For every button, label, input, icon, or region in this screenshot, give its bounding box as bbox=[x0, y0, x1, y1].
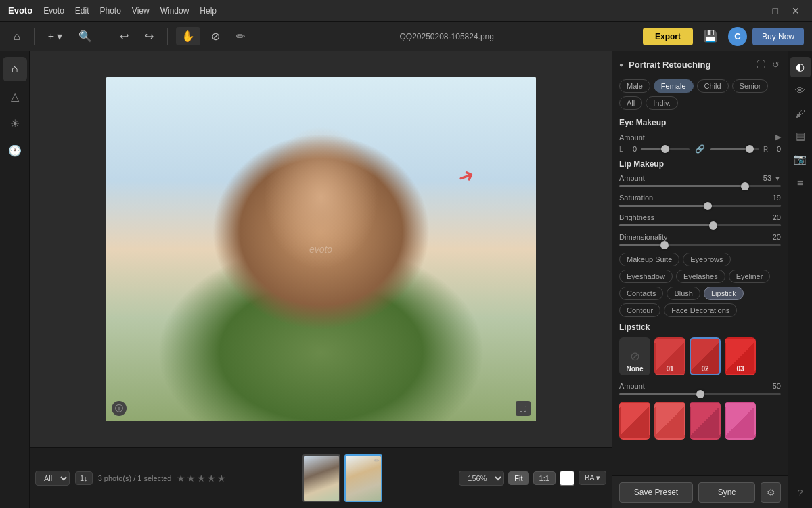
right-icon-help[interactable]: ? bbox=[790, 482, 811, 503]
close-button[interactable]: ✕ bbox=[788, 6, 804, 16]
lip-brightness-row: Brightness 20 bbox=[619, 213, 781, 226]
tag-indiv[interactable]: Indiv. bbox=[646, 96, 677, 110]
tag-female[interactable]: Female bbox=[654, 79, 694, 93]
home-button[interactable]: ⌂ bbox=[8, 28, 26, 45]
buy-now-button[interactable]: Buy Now bbox=[752, 28, 804, 45]
eye-expand-icon[interactable]: ▶ bbox=[775, 133, 781, 142]
tag-contacts[interactable]: Contacts bbox=[619, 287, 663, 300]
minimize-button[interactable]: — bbox=[746, 6, 763, 16]
swatch-03[interactable]: 03 bbox=[725, 337, 756, 375]
menu-help[interactable]: Help bbox=[200, 6, 217, 16]
bg-toggle[interactable] bbox=[560, 471, 574, 486]
zoom-1-button[interactable]: 1:1 bbox=[533, 471, 556, 485]
sidebar-icon-sun[interactable]: ☀ bbox=[3, 111, 27, 135]
right-icon-eye[interactable]: 👁 bbox=[790, 80, 811, 100]
swatch-none[interactable]: ⊘ None bbox=[619, 337, 650, 375]
settings-button[interactable]: ⚙ bbox=[761, 482, 781, 503]
dropdown-arrow-icon[interactable]: ▼ bbox=[774, 175, 781, 182]
tag-senior[interactable]: Senior bbox=[732, 79, 769, 93]
tag-blush[interactable]: Blush bbox=[667, 287, 700, 300]
right-icon-brush[interactable]: 🖌 bbox=[790, 103, 811, 123]
save-button[interactable]: 💾 bbox=[698, 27, 723, 45]
lip-amount-dropdown[interactable]: 53 ▼ bbox=[758, 174, 781, 182]
star-3[interactable]: ★ bbox=[197, 473, 206, 484]
star-1[interactable]: ★ bbox=[177, 473, 185, 484]
lipstick-amount-slider[interactable] bbox=[619, 393, 781, 395]
star-rating[interactable]: ★ ★ ★ ★ ★ bbox=[177, 473, 226, 484]
extra-swatch-1[interactable] bbox=[619, 402, 650, 440]
swatch-02[interactable]: 02 bbox=[690, 337, 721, 375]
saturation-slider[interactable] bbox=[619, 205, 781, 207]
panel-expand-icon[interactable]: ⛶ bbox=[755, 58, 767, 71]
eye-slider-r[interactable] bbox=[710, 148, 759, 150]
brightness-slider[interactable] bbox=[619, 224, 781, 226]
link-icon[interactable]: 🔗 bbox=[694, 144, 706, 154]
lip-amount-thumb[interactable] bbox=[741, 182, 749, 190]
tag-male[interactable]: Male bbox=[619, 79, 650, 93]
dimensionality-thumb[interactable] bbox=[660, 241, 669, 249]
tag-contour[interactable]: Contour bbox=[619, 303, 660, 317]
star-2[interactable]: ★ bbox=[187, 473, 196, 484]
eye-slider-l-thumb[interactable] bbox=[661, 145, 669, 153]
sidebar-icon-adjustments[interactable]: △ bbox=[3, 84, 27, 108]
search-button[interactable]: 🔍 bbox=[73, 27, 97, 45]
menu-evoto[interactable]: Evoto bbox=[43, 6, 64, 16]
menu-photo[interactable]: Photo bbox=[100, 6, 121, 16]
tag-lipstick[interactable]: Lipstick bbox=[704, 287, 744, 300]
lipstick-amount-thumb[interactable] bbox=[696, 390, 704, 398]
tag-makeup-suite[interactable]: Makeup Suite bbox=[619, 253, 679, 266]
thumbnail-1[interactable] bbox=[302, 454, 340, 502]
right-icon-face[interactable]: ◐ bbox=[790, 57, 811, 77]
panel-reset-icon[interactable]: ↺ bbox=[771, 58, 781, 71]
right-icon-layers[interactable]: ▤ bbox=[790, 126, 811, 146]
right-icon-sliders[interactable]: ≡ bbox=[790, 172, 811, 192]
hand-tool[interactable]: ✋ bbox=[176, 27, 200, 45]
zoom-controls: 156% Fit 1:1 BA ▾ bbox=[459, 471, 606, 486]
saturation-thumb[interactable] bbox=[704, 202, 712, 210]
swatch-none-label: None bbox=[621, 365, 649, 373]
star-5[interactable]: ★ bbox=[217, 473, 226, 484]
tag-eyeliner[interactable]: Eyeliner bbox=[729, 270, 771, 283]
tag-face-decorations[interactable]: Face Decorations bbox=[664, 303, 737, 317]
eye-slider-r-thumb[interactable] bbox=[746, 145, 754, 153]
maximize-button[interactable]: □ bbox=[769, 6, 782, 16]
undo-button[interactable]: ↩ bbox=[114, 27, 134, 45]
star-4[interactable]: ★ bbox=[207, 473, 216, 484]
menu-view[interactable]: View bbox=[132, 6, 150, 16]
sidebar-icon-home[interactable]: ⌂ bbox=[3, 57, 27, 81]
sidebar-icon-history[interactable]: 🕐 bbox=[3, 138, 27, 163]
display-button[interactable]: BA ▾ bbox=[579, 471, 606, 485]
photo-count: 3 photo(s) / 1 selected bbox=[98, 474, 172, 482]
tag-eyebrows[interactable]: Eyebrows bbox=[683, 253, 730, 266]
info-button[interactable]: ⓘ bbox=[112, 401, 127, 416]
swatch-01[interactable]: 01 bbox=[654, 337, 685, 375]
sync-button[interactable]: Sync bbox=[698, 482, 755, 503]
user-avatar[interactable]: C bbox=[728, 27, 747, 46]
thumbnail-2[interactable]: ✏ bbox=[344, 454, 382, 502]
menu-window[interactable]: Window bbox=[160, 6, 189, 16]
filter-select[interactable]: All bbox=[35, 471, 70, 486]
redo-button[interactable]: ↪ bbox=[139, 27, 159, 45]
extra-swatch-4[interactable] bbox=[725, 402, 756, 440]
tag-eyelashes[interactable]: Eyelashes bbox=[676, 270, 725, 283]
export-button[interactable]: Export bbox=[643, 28, 693, 45]
save-preset-button[interactable]: Save Preset bbox=[619, 482, 693, 503]
lip-amount-slider[interactable] bbox=[619, 185, 781, 187]
brightness-thumb[interactable] bbox=[709, 221, 717, 230]
right-icon-camera[interactable]: 📷 bbox=[790, 149, 811, 169]
expand-canvas-button[interactable]: ⛶ bbox=[516, 401, 531, 416]
sort-button[interactable]: 1↓ bbox=[75, 471, 93, 485]
extra-swatch-2[interactable] bbox=[654, 402, 685, 440]
extra-swatch-3[interactable] bbox=[690, 402, 721, 440]
zoom-select[interactable]: 156% bbox=[459, 471, 504, 486]
tag-all[interactable]: All bbox=[619, 96, 642, 110]
dimensionality-slider[interactable] bbox=[619, 244, 781, 246]
tag-child[interactable]: Child bbox=[697, 79, 729, 93]
tag-eyeshadow[interactable]: Eyeshadow bbox=[619, 270, 673, 283]
add-button[interactable]: + ▾ bbox=[43, 27, 68, 45]
menu-edit[interactable]: Edit bbox=[75, 6, 89, 16]
eraser-tool[interactable]: ⊘ bbox=[206, 27, 225, 45]
fit-button[interactable]: Fit bbox=[508, 471, 528, 485]
paint-tool[interactable]: ✏ bbox=[231, 27, 250, 45]
eye-slider-l[interactable] bbox=[641, 148, 690, 150]
